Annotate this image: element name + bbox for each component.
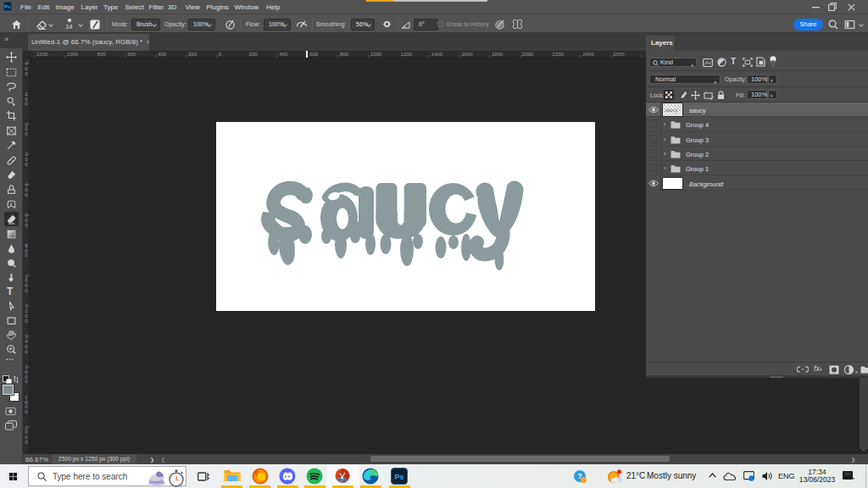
svg-text:Ps: Ps [394,473,403,481]
